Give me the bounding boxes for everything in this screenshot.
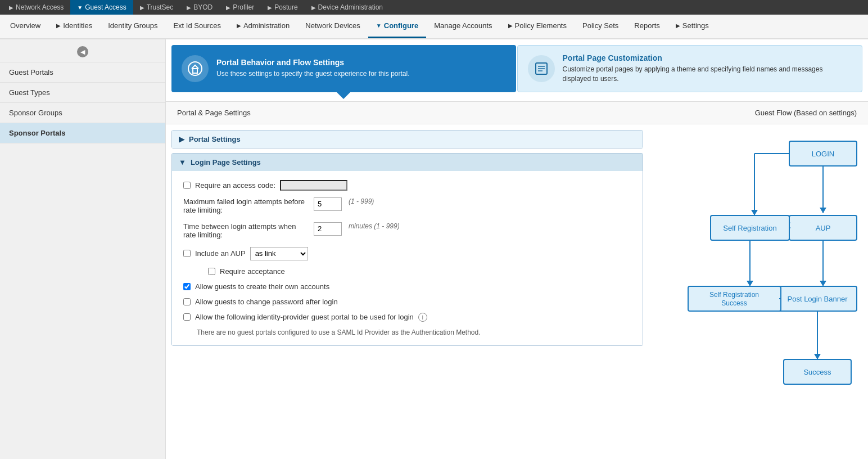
sidebar-item-sponsor-portals[interactable]: Sponsor Portals xyxy=(0,123,165,143)
allow-change-password-label[interactable]: Allow guests to change password after lo… xyxy=(195,298,338,306)
arrow-icon: ▶ xyxy=(140,4,144,11)
portal-customization-icon xyxy=(528,55,555,82)
time-between-label-area: Time between login attempts when rate li… xyxy=(183,222,307,239)
main-layout: ◀ Guest Portals Guest Types Sponsor Grou… xyxy=(0,39,868,459)
allow-identity-provider-label[interactable]: Allow the following identity-provider gu… xyxy=(195,313,414,321)
allow-identity-provider-checkbox[interactable] xyxy=(183,313,191,321)
self-reg-success-label-1: Self Registration xyxy=(709,291,759,299)
chevron-down-icon: ▼ xyxy=(179,158,186,166)
access-code-label[interactable]: Require an access code: xyxy=(195,181,275,190)
collapse-sidebar-button[interactable]: ◀ xyxy=(77,46,88,57)
nav-profiler[interactable]: ▶ Profiler xyxy=(219,0,261,15)
arrow-icon: ▶ xyxy=(56,22,61,29)
max-failed-label-area: Maximum failed login attempts before rat… xyxy=(183,197,307,214)
post-login-label: Post Login Banner xyxy=(788,295,848,303)
info-icon[interactable]: i xyxy=(418,313,427,322)
sidebar-item-sponsor-groups[interactable]: Sponsor Groups xyxy=(0,103,165,123)
nav-trustsec[interactable]: ▶ TrustSec xyxy=(133,0,180,15)
postlogin-to-success-arrow xyxy=(814,354,821,359)
sidebar-item-guest-portals[interactable]: Guest Portals xyxy=(0,62,165,83)
sidebar: ◀ Guest Portals Guest Types Sponsor Grou… xyxy=(0,39,166,459)
success-label: Success xyxy=(803,368,831,376)
banner-portal-behavior-text: Portal Behavior and Flow Settings Use th… xyxy=(216,58,410,79)
nav2-settings[interactable]: ▶ Settings xyxy=(668,15,717,38)
arrow-icon: ▼ xyxy=(77,4,83,11)
arrow-icon: ▶ xyxy=(226,4,230,11)
banner-portal-customization[interactable]: Portal Page Customization Customize port… xyxy=(517,45,863,92)
arrow-icon: ▶ xyxy=(676,22,680,29)
section-header: Portal & Page Settings Guest Flow (Based… xyxy=(166,101,868,124)
nav2-identities[interactable]: ▶ Identities xyxy=(48,15,100,38)
flow-diagram-svg: LOGIN AUP Self Registration xyxy=(654,130,868,411)
nav2-overview[interactable]: Overview xyxy=(2,15,48,38)
require-acceptance-row: Require acceptance xyxy=(208,267,631,276)
login-to-selfreg-arrow xyxy=(751,210,758,215)
svg-rect-1 xyxy=(193,69,197,73)
arrow-icon: ▶ xyxy=(9,4,13,11)
login-label: LOGIN xyxy=(812,150,834,158)
nav-guest-access[interactable]: ▼ Guest Access xyxy=(70,0,133,15)
content-area: Portal Behavior and Flow Settings Use th… xyxy=(166,39,868,459)
nav2-ext-id-sources[interactable]: Ext Id Sources xyxy=(165,15,229,38)
arrow-icon: ▶ xyxy=(508,22,513,29)
allow-create-accounts-checkbox[interactable] xyxy=(183,283,191,290)
arrow-icon: ▶ xyxy=(311,4,316,11)
time-between-label: Time between login attempts when rate li… xyxy=(183,222,296,239)
nav-device-admin[interactable]: ▶ Device Administration xyxy=(305,0,390,15)
max-failed-label: Maximum failed login attempts before rat… xyxy=(183,197,305,214)
nav2-reports[interactable]: Reports xyxy=(626,15,668,38)
arrow-icon: ▶ xyxy=(237,22,241,29)
portal-settings-header[interactable]: ▶ Portal Settings xyxy=(172,130,643,148)
access-code-input[interactable] xyxy=(280,180,347,191)
nav2-policy-elements[interactable]: ▶ Policy Elements xyxy=(500,15,575,38)
aup-to-postlogin-arrow xyxy=(820,281,826,286)
require-acceptance-checkbox[interactable] xyxy=(208,268,215,275)
top-nav-bar-2: Overview ▶ Identities Identity Groups Ex… xyxy=(0,15,868,39)
login-to-aup-arrow xyxy=(820,208,826,213)
aup-label: AUP xyxy=(816,224,831,232)
self-reg-success-label-2: Success xyxy=(721,299,747,307)
nav2-manage-accounts[interactable]: Manage Accounts xyxy=(426,15,500,38)
time-between-input[interactable] xyxy=(314,222,342,236)
allow-create-accounts-row: Allow guests to create their own account… xyxy=(183,282,631,291)
aup-type-select[interactable]: as link on page as checkbox xyxy=(250,247,308,260)
login-page-settings-header[interactable]: ▼ Login Page Settings xyxy=(172,154,643,171)
login-page-settings-section: ▼ Login Page Settings Require an access … xyxy=(171,153,643,346)
arrow-icon: ▶ xyxy=(187,4,191,11)
portal-settings-section: ▶ Portal Settings xyxy=(171,130,643,148)
chevron-down-icon: ▼ xyxy=(376,22,382,29)
self-reg-success-box xyxy=(688,286,781,311)
allow-create-accounts-label[interactable]: Allow guests to create their own account… xyxy=(195,282,329,291)
nav2-administration[interactable]: ▶ Administration xyxy=(229,15,297,38)
login-page-settings-body: Require an access code: Maximum failed l… xyxy=(172,171,643,345)
include-aup-label[interactable]: Include an AUP xyxy=(195,249,246,258)
nav-network-access[interactable]: ▶ Network Access xyxy=(2,0,70,15)
arrow-icon: ▶ xyxy=(268,4,272,11)
nav2-network-devices[interactable]: Network Devices xyxy=(297,15,368,38)
include-aup-row: Include an AUP as link on page as checkb… xyxy=(183,247,631,260)
allow-change-password-checkbox[interactable] xyxy=(183,298,191,305)
nav2-configure[interactable]: ▼ Configure xyxy=(368,15,426,38)
sidebar-item-guest-types[interactable]: Guest Types xyxy=(0,83,165,103)
allow-change-password-row: Allow guests to change password after lo… xyxy=(183,298,631,306)
chevron-right-icon: ▶ xyxy=(179,135,184,143)
self-reg-label: Self Registration xyxy=(723,224,776,232)
access-code-checkbox[interactable] xyxy=(183,182,191,189)
flow-diagram-column: LOGIN AUP Self Registration xyxy=(649,124,868,418)
note-text: There are no guest portals configured to… xyxy=(197,328,631,336)
include-aup-checkbox[interactable] xyxy=(183,250,191,257)
settings-column: ▶ Portal Settings ▼ Login Page Settings xyxy=(166,124,649,356)
portal-behavior-icon xyxy=(182,55,209,82)
max-failed-row: Maximum failed login attempts before rat… xyxy=(183,197,631,214)
require-acceptance-label[interactable]: Require acceptance xyxy=(220,267,285,276)
nav2-identity-groups[interactable]: Identity Groups xyxy=(100,15,165,38)
selfreg-to-success-arrow xyxy=(747,281,753,286)
allow-identity-provider-row: Allow the following identity-provider gu… xyxy=(183,313,631,322)
banner-portal-behavior[interactable]: Portal Behavior and Flow Settings Use th… xyxy=(171,45,516,92)
nav-byod[interactable]: ▶ BYOD xyxy=(180,0,219,15)
top-nav-bar-1: ▶ Network Access ▼ Guest Access ▶ TrustS… xyxy=(0,0,868,15)
max-failed-input[interactable] xyxy=(314,197,342,211)
nav-posture[interactable]: ▶ Posture xyxy=(261,0,304,15)
banner-portal-customization-text: Portal Page Customization Customize port… xyxy=(563,53,852,84)
nav2-policy-sets[interactable]: Policy Sets xyxy=(575,15,626,38)
